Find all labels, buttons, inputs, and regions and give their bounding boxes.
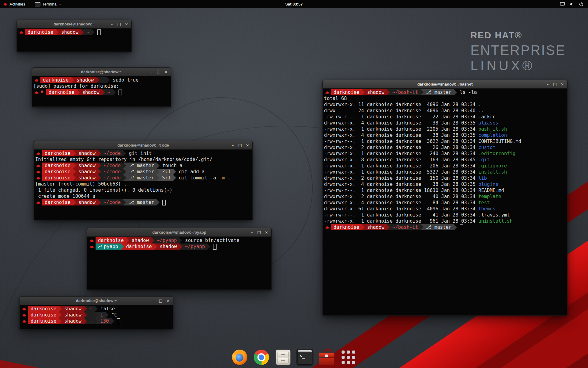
redhat-prompt-icon [36,201,41,204]
powerline-separator-icon [156,175,160,181]
window-title: darknoise@shadow:~/pyapp [109,230,250,235]
powerline-separator-icon [154,243,157,250]
display-icon[interactable] [560,2,565,6]
terminal-content[interactable]: darknoiseshadow~/bash-it⎇ masterls -lato… [323,89,567,315]
window-minimize-button[interactable]: – [149,68,153,76]
window-maximize-button[interactable]: □ [117,20,121,28]
output-text: drwxrwxr-x. 61 darknoise darknoise 4096 … [324,206,478,212]
dock-item-files[interactable] [274,348,292,366]
window-close-button[interactable]: × [245,141,250,149]
window-maximize-button[interactable]: □ [553,80,557,88]
powerline-separator-icon [95,306,98,312]
powerline-separator-icon [179,243,183,250]
dock-item-app-grid[interactable] [340,348,357,366]
powerline-separator-icon [73,199,76,205]
window-exit-codes[interactable]: darknoise@shadow:~–□×darknoiseshadow~fal… [20,296,173,329]
powerline-separator-icon [123,150,126,156]
output-text: themes [478,206,496,212]
prompt-segment: shadow [62,318,84,324]
window-minimize-button[interactable]: – [545,80,550,88]
power-icon[interactable] [579,2,584,6]
window-maximize-button[interactable]: □ [257,228,261,236]
terminal-line: darknoiseshadow~false [21,306,172,312]
terminal-line: darknoiseshadow~/bash-it⎇ masterls -la [324,89,566,95]
redhat-prompt-icon [22,319,27,323]
powerline-separator-icon [156,199,160,205]
window-maximize-button[interactable]: □ [159,297,163,305]
output-text: drwxrwxr-x. 11 darknoise darknoise 4096 … [324,102,481,107]
powerline-separator-icon [111,318,114,324]
window-maximize-button[interactable]: □ [156,68,161,76]
window-buttons: –□× [231,141,252,149]
prompt-segment: shadow [80,89,102,95]
window-close-button[interactable]: × [164,68,168,76]
prompt-segment: ⎇ master [126,163,156,169]
window-close-button[interactable]: × [560,80,564,88]
dock-item-toolbox[interactable] [318,348,336,366]
volume-icon[interactable] [569,2,575,6]
window-close-button[interactable]: × [166,297,170,305]
output-text: aliases [478,120,498,126]
powerline-separator-icon [73,175,76,181]
command-text: git commit -a -m . [179,175,230,181]
prompt-segment: shadow [365,224,387,230]
window-minimize-button[interactable]: – [110,20,114,28]
output-text: create mode 100644 a [35,194,95,199]
dock-item-chrome[interactable] [253,348,270,366]
prompt-segment: ~ [84,29,92,35]
prompt-segment: ~/pyapp [183,243,207,250]
window-minimize-button[interactable]: – [231,141,235,149]
window-minimize-button[interactable]: – [151,297,156,305]
output-text: uninstall.sh [478,218,513,224]
command-text: sudo true [113,77,138,83]
terminal-content[interactable]: darknoiseshadow~sudo true[sudo] password… [32,76,171,106]
powerline-separator-icon [98,199,101,205]
dock-item-terminal[interactable]: >_ [296,348,314,366]
terminal-content[interactable]: darknoiseshadow~/codegit initInitialized… [34,150,252,220]
powerline-separator-icon [96,77,99,83]
prompt-segment: ~/bash-it [390,89,420,95]
prompt-segment: pyapp [96,243,121,250]
powerline-separator-icon [123,169,126,175]
window-titlebar[interactable]: darknoise@shadow:~/pyapp–□× [87,228,271,237]
window-titlebar[interactable]: darknoise@shadow:~/bash-it–□× [323,80,567,89]
window-close-button[interactable]: × [124,20,129,28]
window-code[interactable]: darknoise@shadow:~/code–□×darknoiseshado… [34,141,253,220]
terminal-line: drwxrwxr-x. 2 darknoise darknoise 26 Jan… [324,144,566,151]
app-menu-terminal[interactable]: Terminal ▾ [32,0,64,8]
activities-label: Activities [9,2,25,6]
terminal-content[interactable]: darknoiseshadow~/pyappsource bin/activat… [88,237,271,289]
terminal-line: drwxrwxr-x. 4 darknoise darknoise 38 Jan… [324,181,566,187]
window-minimize-button[interactable]: – [250,228,254,236]
powerline-separator-icon [84,312,87,318]
terminal-line: darknoiseshadow~/code⎇ masterS:1git comm… [35,175,251,181]
prompt-segment: ~/code [101,163,123,169]
app-grid-dots [342,351,355,364]
window-home-1[interactable]: darknoise@shadow:~–□×darknoiseshadow~ [17,20,132,52]
terminal-content[interactable]: darknoiseshadow~falsedarknoiseshadow~1^C… [20,305,173,328]
window-maximize-button[interactable]: □ [238,141,242,149]
toolbox-logo [319,352,334,365]
window-title: darknoise@shadow:~ [54,70,149,74]
powerline-separator-icon [126,237,129,243]
window-close-button[interactable]: × [264,228,269,236]
window-title: darknoise@shadow:~ [38,22,110,26]
prompt-segment: shadow [62,312,84,318]
powerline-separator-icon [98,150,101,156]
activities-button[interactable]: Activities [0,0,28,8]
powerline-separator-icon [77,89,80,95]
window-titlebar[interactable]: darknoise@shadow:~/code–□× [34,141,252,150]
terminal-line: darknoiseshadow~/codegit init [35,150,251,156]
window-titlebar[interactable]: darknoise@shadow:~–□× [17,20,131,29]
system-tray [560,0,588,8]
clock[interactable]: Sat 03:57 [285,2,303,6]
window-bash-it[interactable]: darknoise@shadow:~/bash-it–□×darknoisesh… [322,80,567,316]
window-pyapp[interactable]: darknoise@shadow:~/pyapp–□×darknoiseshad… [87,228,272,290]
powerline-separator-icon [98,163,101,169]
output-text: .gitignore [478,163,507,169]
window-titlebar[interactable]: darknoise@shadow:~–□× [20,297,173,305]
terminal-content[interactable]: darknoiseshadow~ [17,29,131,51]
window-titlebar[interactable]: darknoise@shadow:~–□× [32,68,171,76]
window-sudo[interactable]: darknoise@shadow:~–□×darknoiseshadow~sud… [32,67,171,107]
dock-item-firefox[interactable] [231,348,249,366]
